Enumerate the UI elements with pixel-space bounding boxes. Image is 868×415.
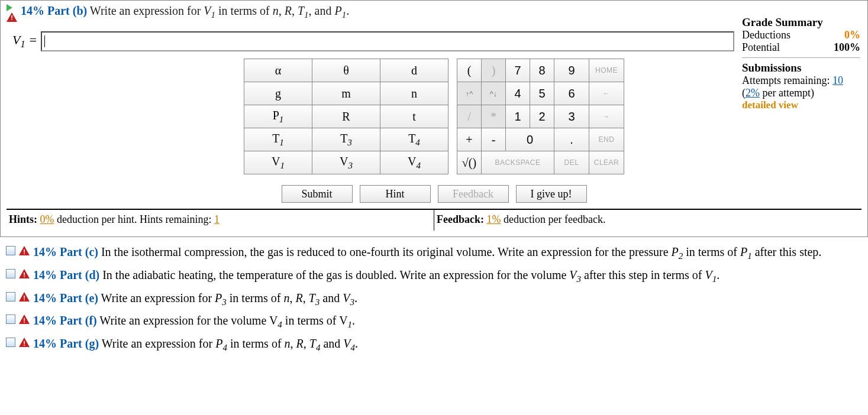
key-5[interactable]: 5 [530, 82, 554, 105]
part-g-label: 14% Part (g) [33, 337, 99, 350]
key-home[interactable]: HOME [589, 59, 624, 82]
key-v1[interactable]: V1 [244, 151, 312, 174]
key-left[interactable]: ← [589, 82, 624, 105]
collapse-icon[interactable] [6, 292, 15, 301]
key-v4[interactable]: V4 [380, 151, 448, 174]
part-e-row: 14% Part (e) Write an expression for P3 … [6, 288, 862, 311]
key-dot[interactable]: . [554, 128, 589, 151]
key-clear[interactable]: CLEAR [589, 151, 624, 174]
part-f-row: 14% Part (f) Write an expression for the… [6, 310, 862, 333]
warning-icon [19, 246, 30, 255]
attempts-label: Attempts remaining: [742, 74, 832, 86]
hints-footer: Hints: 0% deduction per hint. Hints rema… [7, 209, 861, 231]
key-0[interactable]: 0 [506, 128, 554, 151]
collapse-icon[interactable] [6, 269, 15, 278]
key-d[interactable]: d [380, 59, 448, 82]
warning-icon [19, 269, 30, 278]
potential-value: 100% [834, 41, 860, 54]
grade-summary-title: Grade Summary [742, 16, 860, 29]
key-7[interactable]: 7 [506, 59, 530, 82]
key-rparen[interactable]: ) [482, 59, 506, 82]
key-g[interactable]: g [244, 82, 312, 105]
submit-button[interactable]: Submit [282, 185, 353, 203]
warning-icon [19, 338, 30, 347]
deductions-value: 0% [844, 29, 860, 41]
part-d-row: 14% Part (d) In the adiabatic heating, t… [6, 265, 862, 288]
hints-pct-link[interactable]: 0% [40, 213, 54, 225]
key-right[interactable]: → [589, 105, 624, 128]
key-divide[interactable]: / [457, 105, 482, 128]
key-t1[interactable]: T1 [244, 128, 312, 151]
attempts-remaining-link[interactable]: 10 [832, 74, 843, 86]
part-c-row: 14% Part (c) In the isothermal compressi… [6, 242, 862, 265]
warning-icon [7, 12, 17, 22]
key-t3[interactable]: T3 [312, 128, 380, 151]
grade-panel: Grade Summary Deductions 0% Potential 10… [742, 16, 860, 111]
key-1[interactable]: 1 [506, 105, 530, 128]
key-t[interactable]: t [380, 105, 448, 128]
key-3[interactable]: 3 [554, 105, 589, 128]
part-d-label: 14% Part (d) [33, 268, 99, 281]
key-multiply[interactable]: * [482, 105, 506, 128]
detailed-view-link[interactable]: detailed view [742, 99, 860, 111]
give-up-button[interactable]: I give up! [516, 185, 587, 203]
key-minus[interactable]: - [482, 128, 506, 151]
hints-label: Hints: [9, 213, 40, 225]
collapse-icon[interactable] [6, 315, 15, 324]
feedback-button[interactable]: Feedback [438, 185, 509, 203]
variable-keypad: α θ d g m n P1 R t T1 [244, 59, 448, 174]
key-power-up[interactable]: ↑^ [457, 82, 482, 105]
key-v3[interactable]: V3 [312, 151, 380, 174]
key-backspace[interactable]: BACKSPACE [482, 151, 554, 174]
expand-icon[interactable] [7, 4, 12, 11]
key-lparen[interactable]: ( [457, 59, 482, 82]
key-n[interactable]: n [380, 82, 448, 105]
answer-lhs: V1 = [12, 33, 37, 50]
key-R[interactable]: R [312, 105, 380, 128]
feedback-pct-link[interactable]: 1% [487, 213, 501, 225]
key-t4[interactable]: T4 [380, 128, 448, 151]
key-9[interactable]: 9 [554, 59, 589, 82]
part-f-label: 14% Part (f) [33, 314, 97, 327]
part-b-text-pre: Write an expression for [90, 4, 204, 17]
key-2[interactable]: 2 [530, 105, 554, 128]
key-m[interactable]: m [312, 82, 380, 105]
key-plus[interactable]: + [457, 128, 482, 151]
submissions-title: Submissions [742, 61, 860, 74]
key-power-down[interactable]: ^↓ [482, 82, 506, 105]
hints-remaining-link[interactable]: 1 [214, 213, 220, 225]
part-e-label: 14% Part (e) [33, 291, 98, 304]
penalty-link[interactable]: 2% [746, 87, 760, 99]
answer-input[interactable] [41, 31, 734, 51]
part-e-text: Write an expression for P3 in terms of n… [98, 291, 357, 304]
deductions-label: Deductions [742, 29, 790, 41]
part-c-label: 14% Part (c) [33, 245, 98, 258]
key-del[interactable]: DEL [554, 151, 589, 174]
key-theta[interactable]: θ [312, 59, 380, 82]
hint-button[interactable]: Hint [360, 185, 431, 203]
part-g-text: Write an expression for P4 in terms of n… [99, 337, 358, 350]
key-alpha[interactable]: α [244, 59, 312, 82]
text-cursor-icon [44, 35, 45, 47]
numeric-keypad: ( ) 7 8 9 HOME ↑^ ^↓ 4 5 6 ← [457, 59, 624, 174]
part-c-text: In the isothermal compression, the gas i… [98, 245, 821, 258]
part-b-header: 14% Part (b) Write an expression for V1 … [21, 4, 861, 20]
key-8[interactable]: 8 [530, 59, 554, 82]
potential-label: Potential [742, 41, 780, 54]
collapse-icon[interactable] [6, 246, 15, 255]
key-6[interactable]: 6 [554, 82, 589, 105]
collapse-icon[interactable] [6, 338, 15, 347]
key-sqrt[interactable]: √() [457, 151, 482, 174]
part-g-row: 14% Part (g) Write an expression for P4 … [6, 333, 862, 356]
part-b-label: 14% Part (b) [21, 4, 87, 17]
part-b-panel: 14% Part (b) Write an expression for V1 … [0, 0, 868, 237]
part-f-text: Write an expression for the volume V4 in… [97, 314, 355, 327]
warning-icon [19, 315, 30, 324]
key-4[interactable]: 4 [506, 82, 530, 105]
part-d-text: In the adiabatic heating, the temperatur… [99, 268, 719, 281]
feedback-label: Feedback: [437, 213, 487, 225]
warning-icon [19, 292, 30, 301]
key-p1[interactable]: P1 [244, 105, 312, 128]
key-end[interactable]: END [589, 128, 624, 151]
